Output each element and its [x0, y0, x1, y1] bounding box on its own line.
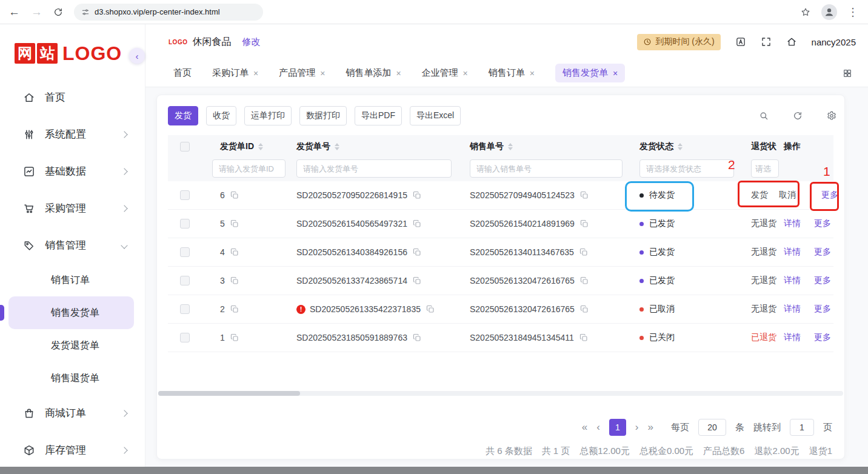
sidebar-item-purchase[interactable]: 采购管理	[0, 190, 145, 227]
refresh-icon[interactable]	[793, 111, 803, 121]
tab-sales-order-add[interactable]: 销售单添加×	[346, 67, 401, 79]
filter-delivery-no-input[interactable]	[296, 159, 452, 178]
back-icon[interactable]: ←	[8, 6, 20, 18]
current-page-button[interactable]: 1	[609, 419, 626, 436]
row-action-more[interactable]: 更多	[814, 304, 831, 315]
row-checkbox[interactable]	[180, 333, 190, 342]
grid-icon[interactable]	[843, 68, 852, 78]
bookmark-star-icon[interactable]	[800, 7, 811, 18]
tab-sales-orders[interactable]: 销售订单×	[489, 67, 535, 79]
profile-avatar-icon[interactable]	[821, 4, 837, 20]
sidebar-collapse-button[interactable]: ‹	[129, 48, 145, 64]
fullscreen-icon[interactable]	[761, 36, 772, 47]
sort-icon[interactable]	[508, 143, 513, 150]
data-print-button[interactable]: 数据打印	[299, 106, 347, 125]
row-action-more[interactable]: 更多	[814, 275, 831, 286]
per-page-input[interactable]	[698, 419, 726, 436]
row-checkbox[interactable]	[180, 276, 190, 285]
tab-product-management[interactable]: 产品管理×	[279, 67, 325, 79]
sidebar-item-base-data[interactable]: 基础数据	[0, 153, 145, 190]
copy-icon[interactable]	[230, 248, 239, 256]
copy-icon[interactable]	[230, 219, 239, 228]
next-page-button[interactable]: ›	[635, 421, 639, 433]
reload-icon[interactable]	[53, 7, 63, 17]
row-action-detail[interactable]: 详情	[784, 275, 801, 286]
row-checkbox[interactable]	[180, 219, 190, 229]
tab-close-icon[interactable]: ×	[530, 68, 535, 78]
jump-page-input[interactable]	[790, 419, 814, 436]
tab-close-icon[interactable]: ×	[396, 68, 401, 78]
copy-icon[interactable]	[413, 248, 421, 256]
sort-icon[interactable]	[258, 143, 263, 150]
filter-return-status-select[interactable]	[751, 159, 779, 178]
copy-icon[interactable]	[230, 333, 239, 342]
language-icon[interactable]	[735, 36, 746, 47]
filter-sales-no-input[interactable]	[470, 159, 623, 178]
copy-icon[interactable]	[413, 219, 421, 228]
export-excel-button[interactable]: 导出Excel	[410, 106, 461, 125]
browser-menu-icon[interactable]: ⋮	[847, 5, 858, 19]
row-action-cancel[interactable]: 取消	[779, 190, 796, 201]
copy-icon[interactable]	[230, 276, 239, 285]
scrollbar-thumb[interactable]	[158, 391, 300, 396]
tab-close-icon[interactable]: ×	[613, 68, 618, 78]
tab-home[interactable]: 首页	[173, 67, 192, 79]
prev-page-button[interactable]: ‹	[596, 421, 600, 433]
receive-button[interactable]: 收货	[206, 106, 236, 125]
row-action-more[interactable]: 更多	[814, 247, 831, 258]
row-action-more[interactable]: 更多	[814, 218, 831, 229]
url-bar[interactable]: d3.shopxo.vip/erp-center-index.html	[74, 4, 263, 21]
row-checkbox[interactable]	[180, 304, 190, 314]
waybill-print-button[interactable]: 运单打印	[244, 106, 292, 125]
filter-delivery-id-input[interactable]	[212, 159, 285, 178]
sort-icon[interactable]	[678, 143, 683, 150]
sidebar-subitem-delivery-returns[interactable]: 发货退货单	[8, 329, 134, 362]
sidebar-item-system-config[interactable]: 系统配置	[0, 116, 145, 153]
row-action-detail[interactable]: 详情	[784, 304, 801, 315]
copy-icon[interactable]	[230, 191, 239, 199]
row-action-more[interactable]: 更多	[814, 332, 831, 343]
export-pdf-button[interactable]: 导出PDF	[355, 106, 402, 125]
select-all-checkbox[interactable]	[180, 142, 190, 152]
copy-icon[interactable]	[413, 276, 421, 285]
sidebar-item-sales[interactable]: 销售管理	[0, 227, 145, 264]
settings-icon[interactable]	[827, 111, 836, 121]
first-page-button[interactable]: «	[582, 421, 587, 433]
sidebar-subitem-sales-orders[interactable]: 销售订单	[8, 264, 134, 296]
sidebar-item-inventory[interactable]: 库存管理	[0, 432, 145, 469]
sort-icon[interactable]	[335, 143, 339, 150]
tab-purchase-orders[interactable]: 采购订单×	[212, 67, 258, 79]
copy-icon[interactable]	[580, 276, 589, 285]
row-action-more[interactable]: 更多	[821, 190, 838, 201]
tab-close-icon[interactable]: ×	[463, 68, 468, 78]
row-checkbox[interactable]	[180, 247, 190, 257]
copy-icon[interactable]	[413, 333, 421, 342]
filter-status-select[interactable]	[639, 159, 734, 178]
row-action-detail[interactable]: 详情	[784, 247, 801, 258]
copy-icon[interactable]	[426, 305, 435, 313]
ship-button[interactable]: 发货	[168, 106, 198, 125]
edit-link[interactable]: 修改	[242, 36, 260, 48]
sidebar-subitem-sales-returns[interactable]: 销售退货单	[8, 362, 134, 395]
site-settings-icon[interactable]	[81, 8, 90, 16]
username[interactable]: nancy2025	[812, 37, 856, 47]
row-action-detail[interactable]: 详情	[784, 332, 801, 343]
copy-icon[interactable]	[413, 191, 421, 199]
copy-icon[interactable]	[580, 305, 589, 313]
copy-icon[interactable]	[579, 333, 588, 342]
copy-icon[interactable]	[230, 305, 239, 313]
horizontal-scrollbar[interactable]	[158, 391, 843, 396]
home-icon[interactable]	[786, 36, 797, 47]
sidebar-item-mall-orders[interactable]: 商城订单	[0, 395, 145, 432]
copy-icon[interactable]	[580, 219, 589, 228]
copy-icon[interactable]	[580, 191, 589, 199]
sidebar-item-home[interactable]: 首页	[0, 79, 145, 116]
tab-sales-delivery-orders[interactable]: 销售发货单×	[555, 64, 625, 82]
tab-enterprise-management[interactable]: 企业管理×	[422, 67, 468, 79]
copy-icon[interactable]	[579, 248, 588, 256]
row-action-ship[interactable]: 发货	[751, 190, 768, 201]
tab-close-icon[interactable]: ×	[253, 68, 258, 78]
row-action-detail[interactable]: 详情	[784, 218, 801, 229]
tab-close-icon[interactable]: ×	[320, 68, 325, 78]
forward-icon[interactable]: →	[31, 6, 42, 18]
